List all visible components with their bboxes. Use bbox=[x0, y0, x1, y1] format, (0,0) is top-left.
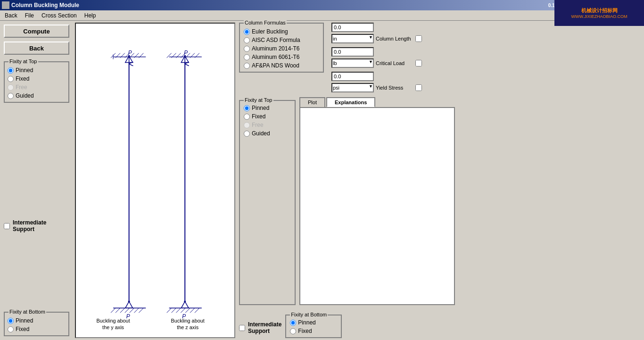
column-length-unit-row: inftmmcmm Column Length bbox=[331, 34, 422, 43]
formula-euler[interactable]: Euler Buckling bbox=[244, 28, 319, 35]
title-bar: Column Buckling Module 0.1KB/S ↑ 0.1KB/S… bbox=[0, 0, 644, 10]
critical-load-unit-row: lbkipNkN Critical Load bbox=[331, 58, 422, 68]
column-length-input[interactable] bbox=[331, 23, 374, 32]
tab-area: Plot Explanations bbox=[299, 97, 642, 305]
fixity-top-right-free: Free bbox=[244, 122, 291, 128]
column-length-checkbox[interactable] bbox=[415, 35, 422, 42]
tab-content bbox=[299, 107, 455, 305]
formula-wood[interactable]: AF&PA NDS Wood bbox=[244, 62, 319, 69]
fixity-top-left-guided[interactable]: Guided bbox=[8, 92, 66, 99]
fixity-top-left-pinned[interactable]: Pinned bbox=[8, 67, 66, 74]
fixity-bottom-left-title: Fixity at Bottom bbox=[8, 309, 46, 315]
fixity-bottom-right-fixed[interactable]: Fixed bbox=[290, 328, 337, 334]
yield-stress-unit-select[interactable]: psiksiPaMPa bbox=[331, 83, 374, 92]
fixity-bottom-right-options: Pinned Fixed bbox=[290, 319, 337, 334]
right-panel: Column Formulas Euler Buckling AISC ASD … bbox=[237, 21, 644, 340]
svg-line-44 bbox=[172, 308, 176, 313]
svg-line-23 bbox=[139, 308, 143, 313]
intermediate-support-right: IntermediateSupport bbox=[239, 321, 281, 334]
compute-button[interactable]: Compute bbox=[4, 25, 69, 38]
fixity-top-right-fixed[interactable]: Fixed bbox=[244, 113, 291, 120]
fixity-bottom-right-pinned[interactable]: Pinned bbox=[290, 319, 337, 326]
svg-point-38 bbox=[184, 55, 186, 57]
menu-file[interactable]: File bbox=[21, 11, 38, 20]
svg-point-12 bbox=[128, 55, 130, 57]
yield-stress-unit-row: psiksiPaMPa Yield Stress bbox=[331, 83, 422, 92]
yield-stress-unit-wrapper: psiksiPaMPa bbox=[331, 83, 374, 92]
svg-line-43 bbox=[167, 308, 172, 313]
back-button[interactable]: Back bbox=[4, 41, 69, 55]
fixity-top-left: Fixity at Top Pinned Fixed Free Guided bbox=[4, 61, 69, 103]
mid-row: Fixity at Top Pinned Fixed Free Guided bbox=[239, 97, 642, 305]
svg-line-45 bbox=[176, 308, 181, 313]
critical-load-checkbox[interactable] bbox=[415, 60, 422, 66]
column-length-unit-wrapper: inftmmcmm bbox=[331, 34, 374, 43]
watermark-text1: 机械设计招标网 bbox=[581, 7, 618, 14]
fixity-top-right-pinned[interactable]: Pinned bbox=[244, 105, 291, 111]
yield-stress-checkbox[interactable] bbox=[415, 84, 422, 91]
svg-text:P: P bbox=[184, 50, 188, 56]
svg-line-46 bbox=[181, 308, 185, 313]
svg-text:the z axis: the z axis bbox=[177, 324, 198, 330]
svg-line-20 bbox=[125, 308, 130, 313]
svg-line-49 bbox=[195, 308, 199, 313]
bottom-row: IntermediateSupport Fixity at Bottom Pin… bbox=[239, 311, 642, 338]
column-length-label: Column Length bbox=[376, 36, 413, 41]
svg-text:Buckling about: Buckling about bbox=[171, 318, 205, 323]
main-content: Compute Back Fixity at Top Pinned Fixed … bbox=[0, 21, 644, 340]
svg-marker-15 bbox=[125, 301, 133, 308]
critical-load-input[interactable] bbox=[331, 47, 374, 57]
menu-back[interactable]: Back bbox=[1, 11, 21, 20]
critical-load-unit-select[interactable]: lbkipNkN bbox=[331, 58, 374, 68]
menu-cross-section[interactable]: Cross Section bbox=[38, 11, 81, 20]
svg-text:the y axis: the y axis bbox=[102, 324, 124, 330]
column-length-unit-select[interactable]: inftmmcmm bbox=[331, 34, 374, 43]
fixity-top-right-guided[interactable]: Guided bbox=[244, 130, 291, 137]
window-title: Column Buckling Module bbox=[11, 2, 79, 8]
formula-aisc[interactable]: AISC ASD Formula bbox=[244, 37, 319, 43]
app-icon bbox=[2, 1, 9, 9]
intermediate-support-left: IntermediateSupport bbox=[4, 144, 69, 232]
formula-al6061[interactable]: Aluminum 6061-T6 bbox=[244, 54, 319, 60]
top-right: Column Formulas Euler Buckling AISC ASD … bbox=[239, 23, 642, 93]
fixity-bottom-left-pinned[interactable]: Pinned bbox=[8, 317, 66, 324]
fixity-bottom-right-title: Fixity at Bottom bbox=[290, 312, 328, 317]
yield-stress-input[interactable] bbox=[331, 72, 374, 81]
column-length-row bbox=[331, 23, 422, 32]
intermediate-support-right-checkbox[interactable] bbox=[239, 325, 245, 331]
fixity-top-right-title: Fixity at Top bbox=[244, 97, 273, 103]
svg-line-18 bbox=[116, 308, 120, 313]
svg-line-21 bbox=[130, 308, 134, 313]
svg-line-22 bbox=[134, 308, 139, 313]
fixity-top-left-fixed[interactable]: Fixed bbox=[8, 75, 66, 82]
menu-help[interactable]: Help bbox=[81, 11, 100, 20]
input-fields: inftmmcmm Column Length lbkipNkN bbox=[331, 23, 422, 93]
yield-stress-row bbox=[331, 72, 422, 81]
tab-plot[interactable]: Plot bbox=[299, 97, 325, 107]
svg-text:Buckling about: Buckling about bbox=[96, 318, 130, 323]
svg-line-17 bbox=[111, 308, 116, 313]
svg-line-19 bbox=[120, 308, 125, 313]
fixity-bottom-left-options: Pinned Fixed bbox=[8, 317, 66, 332]
formula-al2014[interactable]: Aluminum 2014-T6 bbox=[244, 45, 319, 52]
column-formulas-options: Euler Buckling AISC ASD Formula Aluminum… bbox=[244, 28, 319, 69]
column-svg: P bbox=[76, 24, 234, 337]
column-formulas-title: Column Formulas bbox=[244, 20, 287, 25]
intermediate-support-left-label: IntermediateSupport bbox=[13, 219, 46, 232]
svg-line-47 bbox=[185, 308, 190, 313]
critical-load-row bbox=[331, 47, 422, 57]
critical-load-label: Critical Load bbox=[376, 60, 413, 66]
svg-line-48 bbox=[190, 308, 195, 313]
column-formulas-group: Column Formulas Euler Buckling AISC ASD … bbox=[239, 23, 324, 73]
fixity-top-left-options: Pinned Fixed Free Guided bbox=[8, 67, 66, 99]
yield-stress-label: Yield Stress bbox=[376, 85, 413, 91]
intermediate-support-left-checkbox[interactable] bbox=[4, 223, 10, 229]
fixity-bottom-left-fixed[interactable]: Fixed bbox=[8, 326, 66, 332]
fixity-top-right-options: Pinned Fixed Free Guided bbox=[244, 105, 291, 137]
svg-text:P: P bbox=[128, 50, 132, 56]
fixity-bottom-right: Fixity at Bottom Pinned Fixed bbox=[285, 315, 342, 338]
watermark: 机械设计招标网 WWW.JIXIEZHAOBIAO.COM bbox=[554, 0, 644, 26]
fixity-top-right: Fixity at Top Pinned Fixed Free Guided bbox=[239, 100, 296, 305]
tab-explanations[interactable]: Explanations bbox=[326, 97, 375, 107]
left-panel: Compute Back Fixity at Top Pinned Fixed … bbox=[0, 21, 73, 340]
